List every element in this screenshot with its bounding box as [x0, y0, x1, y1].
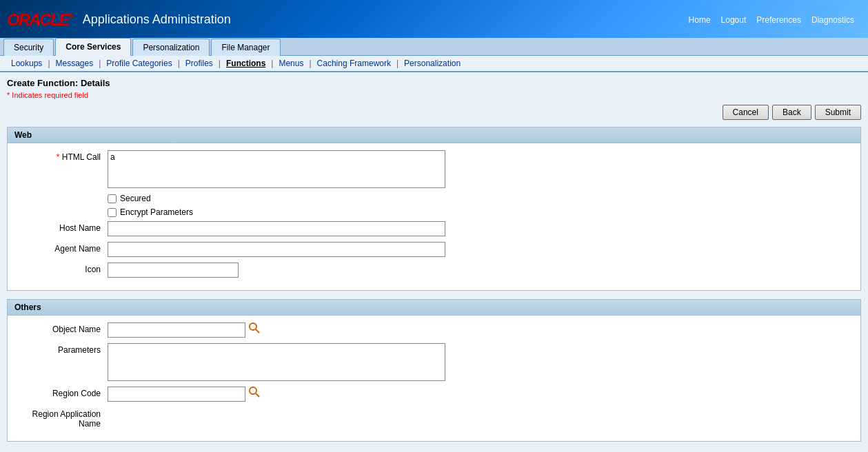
- parameters-row: Parameters: [18, 343, 850, 381]
- host-name-label: Host Name: [18, 221, 108, 233]
- oracle-logo: ORACLE®: [7, 12, 72, 28]
- parameters-input[interactable]: [108, 343, 445, 381]
- html-call-row: * HTML Call a: [18, 150, 850, 188]
- required-note: * Indicates required field: [7, 91, 861, 99]
- region-app-name-label: Region Application Name: [18, 407, 108, 429]
- icon-label: Icon: [18, 263, 108, 274]
- object-name-search-icon[interactable]: [248, 322, 262, 336]
- region-code-label: Region Code: [18, 387, 108, 398]
- svg-point-2: [250, 387, 256, 394]
- subnav-messages[interactable]: Messages: [50, 59, 99, 68]
- required-text: Indicates required field: [12, 91, 88, 99]
- secured-label: Secured: [120, 194, 151, 203]
- submit-button-top[interactable]: Submit: [815, 105, 861, 120]
- main-content: Create Function: Details * Indicates req…: [0, 72, 868, 452]
- icon-row: Icon: [18, 263, 850, 278]
- html-call-input[interactable]: a: [108, 150, 445, 188]
- agent-name-input[interactable]: [108, 242, 445, 257]
- app-title: Applications Administration: [83, 12, 231, 27]
- svg-line-1: [256, 329, 259, 333]
- html-call-label: * HTML Call: [18, 150, 108, 162]
- host-name-row: Host Name: [18, 221, 850, 236]
- svg-point-0: [250, 323, 256, 330]
- subnav-functions[interactable]: Functions: [221, 59, 271, 68]
- tab-file-manager[interactable]: File Manager: [211, 39, 280, 56]
- tab-personalization[interactable]: Personalization: [132, 39, 210, 56]
- encrypt-params-checkbox[interactable]: [108, 208, 117, 217]
- header-nav: Home Logout Preferences Diagnostics: [689, 15, 854, 25]
- host-name-input[interactable]: [108, 221, 445, 236]
- svg-line-3: [256, 393, 259, 397]
- preferences-link[interactable]: Preferences: [756, 15, 801, 25]
- app-header: ORACLE® Applications Administration Home…: [0, 0, 868, 38]
- parameters-label: Parameters: [18, 343, 108, 355]
- agent-name-row: Agent Name: [18, 242, 850, 257]
- main-tab-bar: Security Core Services Personalization F…: [0, 38, 868, 56]
- icon-input[interactable]: [108, 263, 239, 278]
- object-name-label: Object Name: [18, 322, 108, 334]
- agent-name-label: Agent Name: [18, 242, 108, 254]
- sub-nav-bar: Lookups | Messages | Profile Categories …: [0, 56, 868, 72]
- object-name-row: Object Name: [18, 322, 850, 338]
- subnav-profiles[interactable]: Profiles: [180, 59, 219, 68]
- web-section-header: Web: [8, 127, 860, 143]
- region-app-name-row: Region Application Name: [18, 407, 850, 429]
- top-action-bar: Cancel Back Submit: [7, 105, 861, 120]
- diagnostics-link[interactable]: Diagnostics: [811, 15, 854, 25]
- cancel-button-top[interactable]: Cancel: [723, 105, 769, 120]
- subnav-caching-framework[interactable]: Caching Framework: [312, 59, 396, 68]
- subnav-personalization[interactable]: Personalization: [398, 59, 466, 68]
- html-call-req: *: [57, 152, 62, 162]
- region-code-row: Region Code: [18, 387, 850, 402]
- subnav-profile-categories[interactable]: Profile Categories: [101, 59, 177, 68]
- encrypt-params-label: Encrypt Parameters: [120, 207, 193, 217]
- region-code-search-icon[interactable]: [248, 386, 262, 400]
- web-section-body: * HTML Call a Secured Encrypt Parameters…: [8, 143, 860, 290]
- region-code-input[interactable]: [108, 387, 245, 402]
- back-button-top[interactable]: Back: [772, 105, 811, 120]
- others-section: Others Object Name Parameters: [7, 299, 861, 442]
- web-section: Web * HTML Call a Secured Encrypt Parame…: [7, 127, 861, 291]
- subnav-menus[interactable]: Menus: [273, 59, 309, 68]
- subnav-lookups[interactable]: Lookups: [6, 59, 48, 68]
- others-section-header: Others: [8, 300, 860, 316]
- tab-core-services[interactable]: Core Services: [55, 38, 131, 56]
- secured-row: Secured: [108, 194, 850, 203]
- others-section-body: Object Name Parameters Region Code: [8, 316, 860, 441]
- object-name-input[interactable]: [108, 322, 245, 338]
- tab-security[interactable]: Security: [3, 39, 54, 56]
- page-title: Create Function: Details: [7, 78, 861, 88]
- encrypt-params-row: Encrypt Parameters: [108, 207, 850, 217]
- secured-checkbox[interactable]: [108, 194, 117, 203]
- header-left: ORACLE® Applications Administration: [7, 12, 231, 28]
- logout-link[interactable]: Logout: [721, 15, 747, 25]
- home-link[interactable]: Home: [689, 15, 711, 25]
